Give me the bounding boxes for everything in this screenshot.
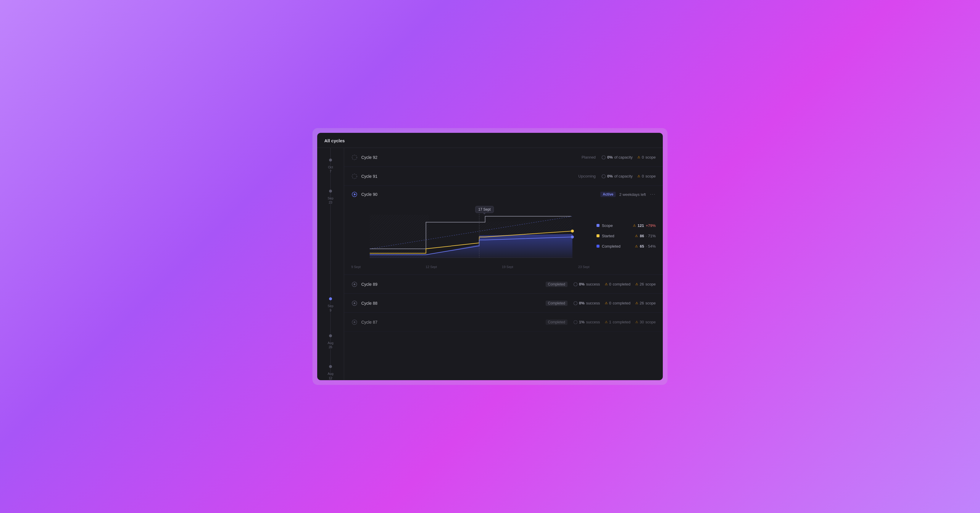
page-header: All cycles (317, 133, 663, 148)
chart-wrapper: 17 Sept (351, 203, 589, 268)
svg-point-10 (571, 230, 574, 232)
warning-icon-87-scope: ⚠ (635, 320, 638, 324)
warning-icon-88-completed: ⚠ (605, 301, 608, 305)
timeline-label-aug26: Aug26 (328, 341, 334, 349)
cycle-88-completed-label: completed (613, 301, 630, 305)
cycle-88-meta: 0% success ⚠ 0 completed ⚠ 26 scope (573, 301, 656, 305)
cycle-91-capacity: 0% of capacity (601, 174, 633, 178)
legend-started-label: Started (602, 234, 614, 238)
svg-point-19 (353, 302, 355, 304)
app-wrapper: All cycles Oct7 Sep23 Sep9 (312, 128, 668, 385)
svg-point-1 (602, 156, 605, 159)
cycle-89-name: Cycle 89 (361, 282, 546, 287)
timeline-label-sep9: Sep9 (328, 304, 334, 313)
timeline-label-aug12: Aug12 (328, 372, 334, 380)
cycle-92-status: Planned (581, 155, 596, 159)
cycle-88-scope-val: 26 (640, 301, 644, 305)
x-label-3: 19 Sept (502, 265, 513, 268)
cycle-88-success: 0% success (573, 301, 600, 305)
x-label-1: 9 Sept (351, 265, 361, 268)
cycle-92-pct: 0% (607, 155, 613, 159)
timeline-label-oct7: Oct7 (328, 165, 333, 174)
cycle-89-scope: ⚠ 26 scope (635, 282, 656, 286)
timeline-dot-sep23 (329, 190, 332, 192)
cycle-87-success-pct: 1% (579, 320, 585, 324)
cycle-87-scope: ⚠ 30 scope (635, 320, 656, 324)
cycle-91-scope-val: 0 (642, 174, 644, 178)
chart-area-90: 17 Sept (344, 203, 663, 275)
scope-num: 121 (638, 223, 644, 228)
legend-completed-label: Completed (602, 244, 620, 248)
cycle-90-name: Cycle 90 (361, 192, 600, 197)
cycle-87-completed-label: completed (613, 320, 630, 324)
cycle-89-completed-label: completed (613, 282, 630, 286)
cycle-91-status: Upcoming (579, 174, 596, 178)
cycle-91-meta: 0% of capacity ⚠ 0 scope (601, 174, 656, 178)
svg-point-0 (352, 155, 357, 160)
cycle-87-completed: ⚠ 1 completed (605, 320, 630, 324)
cycle-87-success: 1% success (573, 320, 600, 324)
cycle-89-success-label: success (586, 282, 600, 286)
svg-rect-7 (370, 215, 429, 258)
tooltip-date: 17 Sept (479, 207, 491, 211)
success-icon-88 (573, 301, 578, 305)
cycle-row-88[interactable]: Cycle 88 Completed 0% success ⚠ 0 (344, 294, 663, 313)
cycle-icon-90 (351, 191, 358, 198)
timeline-entry-sep23: Sep23 (328, 189, 334, 205)
x-label-2: 12 Sept (426, 265, 437, 268)
scope-warning-icon: ⚠ (633, 224, 636, 227)
cycle-92-meta: 0% of capacity ⚠ 0 scope (601, 155, 656, 159)
cycle-91-scope: ⚠ 0 scope (637, 174, 656, 178)
cycle-row-89[interactable]: Cycle 89 Completed 0% success ⚠ 0 (344, 275, 663, 294)
cycle-87-name: Cycle 87 (361, 320, 546, 324)
x-label-4: 23 Sept (578, 265, 589, 268)
started-pct: · 71% (646, 234, 656, 238)
warning-icon-89-completed: ⚠ (605, 282, 608, 286)
cycle-89-completed: ⚠ 0 completed (605, 282, 630, 286)
cycle-88-name: Cycle 88 (361, 301, 546, 306)
cycle-91-scope-label: scope (645, 174, 656, 178)
cycle-89-status: Completed (546, 282, 568, 287)
legend-started-values: ⚠ 86 · 71% (635, 234, 656, 238)
cycle-88-success-label: success (586, 301, 600, 305)
burndown-chart (351, 203, 589, 262)
cycle-row-91[interactable]: Cycle 91 Upcoming 0% of capacity ⚠ 0 (344, 167, 663, 186)
cycle-row-87[interactable]: Cycle 87 Completed 1% success ⚠ 1 (344, 313, 663, 332)
timeline-sidebar: Oct7 Sep23 Sep9 Aug26 Aug12 (317, 148, 344, 380)
timeline-dot-aug12 (329, 365, 332, 368)
svg-point-20 (574, 302, 577, 305)
cycle-88-completed-val: 0 (609, 301, 611, 305)
started-num: 86 (640, 234, 644, 238)
legend-started-left: Started (597, 234, 614, 238)
cycle-92-scope-label: scope (645, 155, 656, 159)
cycle-icon-92 (351, 154, 358, 160)
cycle-row-90[interactable]: Cycle 90 Active 2 weekdays left ··· 17 S… (344, 186, 663, 275)
legend-completed: Completed ⚠ 65 · 54% (597, 244, 656, 248)
content-area: Oct7 Sep23 Sep9 Aug26 Aug12 (317, 148, 663, 380)
cycle-87-meta: 1% success ⚠ 1 completed ⚠ 30 scope (573, 320, 656, 324)
legend-completed-left: Completed (597, 244, 620, 248)
svg-point-16 (353, 283, 355, 285)
legend-scope-color (597, 224, 600, 227)
success-icon-87 (573, 320, 578, 324)
warning-icon-92: ⚠ (637, 155, 640, 159)
cycle-92-scope: ⚠ 0 scope (637, 155, 656, 159)
cycle-87-scope-label: scope (645, 320, 656, 324)
more-options-button-90[interactable]: ··· (650, 192, 656, 197)
legend-scope-left: Scope (597, 223, 613, 228)
chart-legend: Scope ⚠ 121 +79% (597, 203, 656, 268)
cycle-92-scope-val: 0 (642, 155, 644, 159)
capacity-icon-91 (601, 174, 606, 178)
cycle-87-scope-val: 30 (640, 320, 644, 324)
legend-started: Started ⚠ 86 · 71% (597, 234, 656, 238)
page-title: All cycles (324, 138, 345, 143)
completed-num: 65 (640, 244, 644, 248)
cycle-row-92[interactable]: Cycle 92 Planned 0% of capacity ⚠ 0 (344, 148, 663, 167)
cycle-89-scope-label: scope (645, 282, 656, 286)
cycle-89-success-pct: 0% (579, 282, 585, 286)
cycle-icon-88 (351, 300, 358, 307)
svg-point-2 (352, 174, 357, 179)
cycle-88-status: Completed (546, 300, 568, 306)
legend-started-color (597, 234, 600, 237)
chart-x-labels: 9 Sept 12 Sept 19 Sept 23 Sept (351, 263, 589, 268)
